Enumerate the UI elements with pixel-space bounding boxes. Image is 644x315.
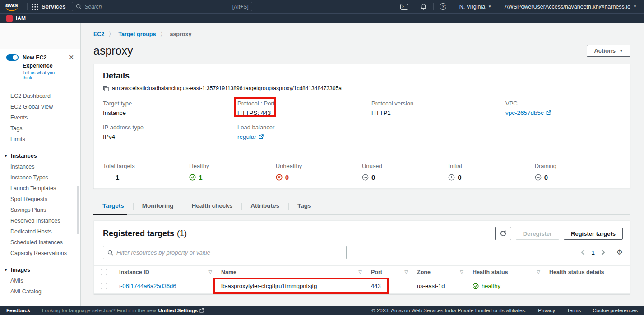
stat-healthy: Healthy 1 xyxy=(189,163,275,181)
nav-divider xyxy=(27,3,28,10)
x-circle-icon xyxy=(276,174,283,181)
deregister-button[interactable]: Deregister xyxy=(516,228,559,240)
account-menu[interactable]: AWSPowerUserAccess/navaneeth.kn@harness.… xyxy=(503,4,639,10)
nav-divider xyxy=(433,3,434,10)
favorite-iam-link[interactable]: IAM xyxy=(16,15,26,22)
search-shortcut-hint: [Alt+S] xyxy=(232,4,249,10)
previous-page-button[interactable] xyxy=(581,249,585,256)
register-targets-button[interactable]: Register targets xyxy=(564,228,623,240)
sidebar-item-limits[interactable]: Limits xyxy=(0,134,80,145)
target-name-cell: lb-asproxytyler-cfcg8jru1tmmqpntsjtg xyxy=(217,283,366,289)
sort-icon[interactable]: ▽ xyxy=(537,269,540,274)
load-balancer-label: Load balancer xyxy=(237,124,353,131)
sidebar-section-images[interactable]: ▼Images xyxy=(0,265,80,275)
search-icon xyxy=(107,250,113,256)
target-type-value: Instance xyxy=(103,110,219,116)
protocol-port-label: Protocol : Port xyxy=(237,100,353,107)
sidebar-item-events[interactable]: Events xyxy=(0,112,80,123)
breadcrumb-target-groups[interactable]: Target groups xyxy=(118,31,156,37)
tab-bar: Targets Monitoring Health checks Attribu… xyxy=(93,199,630,215)
tab-targets[interactable]: Targets xyxy=(93,199,133,214)
sort-icon[interactable]: ▽ xyxy=(460,269,463,274)
registered-targets-count: (1) xyxy=(177,229,187,238)
sidebar-item-reserved-instances[interactable]: Reserved Instances xyxy=(0,215,80,226)
sidebar-item-ec2-global-view[interactable]: EC2 Global View xyxy=(0,101,80,112)
console-footer: Feedback Looking for language selection?… xyxy=(0,306,644,315)
tab-monitoring[interactable]: Monitoring xyxy=(133,199,183,214)
aws-smile-icon xyxy=(6,8,18,11)
sidebar-item-spot-requests[interactable]: Spot Requests xyxy=(0,194,80,205)
cloudshell-button[interactable]: >_ xyxy=(399,4,409,10)
privacy-link[interactable]: Privacy xyxy=(538,308,555,313)
new-experience-box: New EC2 Experience Tell us what you thin… xyxy=(0,49,80,85)
breadcrumb-current: asproxy xyxy=(170,31,191,37)
table-header: Instance ID▽ Name▽ Port▽ Zone▽ Health st… xyxy=(94,265,630,278)
sidebar-item-savings-plans[interactable]: Savings Plans xyxy=(0,205,80,215)
search-input[interactable] xyxy=(84,4,229,10)
top-navigation-bar: aws Services [Alt+S] >_ ? N. Virginia xyxy=(0,0,644,13)
stat-unhealthy: Unhealthy 0 xyxy=(276,163,362,181)
sidebar-item-instances[interactable]: Instances xyxy=(0,161,80,172)
terms-link[interactable]: Terms xyxy=(567,308,581,313)
sidebar-item-tags[interactable]: Tags xyxy=(0,123,80,134)
tell-us-link[interactable]: Tell us what you think xyxy=(23,70,64,80)
sidebar-item-ami-catalog[interactable]: AMI Catalog xyxy=(0,286,80,297)
aws-logo[interactable]: aws xyxy=(5,2,18,11)
row-checkbox[interactable] xyxy=(101,283,107,289)
close-icon[interactable]: ✕ xyxy=(68,53,75,61)
region-selector[interactable]: N. Virginia ▼ xyxy=(458,4,493,10)
refresh-button[interactable] xyxy=(495,227,511,240)
tab-tags[interactable]: Tags xyxy=(288,199,320,214)
feedback-link[interactable]: Feedback xyxy=(6,308,30,313)
col-port: Port xyxy=(371,269,382,275)
sidebar-item-launch-templates[interactable]: Launch Templates xyxy=(0,183,80,194)
ellipsis-circle-icon xyxy=(362,174,369,181)
settings-gear-icon[interactable]: ⚙ xyxy=(616,249,623,256)
actions-button[interactable]: Actions ▼ xyxy=(587,45,630,57)
sort-icon[interactable]: ▽ xyxy=(208,269,212,274)
tab-attributes[interactable]: Attributes xyxy=(241,199,288,214)
load-balancer-link[interactable]: regular xyxy=(237,133,264,140)
select-all-checkbox[interactable] xyxy=(101,269,107,275)
sidebar-scrollbar[interactable] xyxy=(77,186,79,234)
external-link-icon xyxy=(546,110,551,115)
help-button[interactable]: ? xyxy=(438,3,448,10)
sidebar-item-amis[interactable]: AMIs xyxy=(0,275,80,286)
pagination: 1 ⚙ xyxy=(581,248,623,256)
new-experience-toggle[interactable] xyxy=(6,54,19,61)
unified-settings-link[interactable]: Unified Settings xyxy=(158,308,204,313)
sidebar-item-capacity-reservations[interactable]: Capacity Reservations xyxy=(0,248,80,259)
sidebar-item-instance-types[interactable]: Instance Types xyxy=(0,172,80,183)
language-hint: Looking for language selection? Find it … xyxy=(42,308,204,313)
sort-icon[interactable]: ▽ xyxy=(404,269,408,274)
sidebar-section-ebs[interactable]: ▼Elastic Block Store xyxy=(0,303,80,306)
tab-health-checks[interactable]: Health checks xyxy=(183,199,242,214)
aws-console: aws Services [Alt+S] >_ ? N. Virginia xyxy=(0,0,644,315)
target-group-arn: arn:aws:elasticloadbalancing:us-east-1:3… xyxy=(112,85,342,91)
ip-address-type-value: IPv4 xyxy=(103,133,219,140)
cookie-preferences-link[interactable]: Cookie preferences xyxy=(593,308,638,313)
breadcrumb-ec2[interactable]: EC2 xyxy=(93,31,104,37)
check-circle-icon xyxy=(189,174,196,181)
instance-id-link[interactable]: i-06f1744a6a25d36d6 xyxy=(119,283,176,289)
copy-icon[interactable] xyxy=(103,86,109,91)
col-health-status: Health status xyxy=(473,269,508,275)
page-number[interactable]: 1 xyxy=(590,249,595,256)
sort-icon[interactable]: ▽ xyxy=(358,269,362,274)
sidebar-item-ec2-dashboard[interactable]: EC2 Dashboard xyxy=(0,91,80,101)
services-menu-button[interactable]: Services xyxy=(32,3,66,10)
nav-divider xyxy=(453,3,453,10)
notifications-button[interactable] xyxy=(419,3,429,10)
sidebar-item-scheduled-instances[interactable]: Scheduled Instances xyxy=(0,237,80,248)
filter-input[interactable] xyxy=(116,249,342,256)
search-icon xyxy=(76,4,82,9)
details-grid: Target type Instance IP address type IPv… xyxy=(94,97,630,157)
account-label: AWSPowerUserAccess/navaneeth.kn@harness.… xyxy=(505,4,630,10)
vpc-link[interactable]: vpc-2657db5c xyxy=(505,110,551,116)
details-heading: Details xyxy=(103,71,621,81)
sidebar-spacer xyxy=(0,23,80,49)
global-search[interactable]: [Alt+S] xyxy=(72,2,252,11)
sidebar-item-dedicated-hosts[interactable]: Dedicated Hosts xyxy=(0,226,80,237)
next-page-button[interactable] xyxy=(601,249,605,256)
sidebar-section-instances[interactable]: ▼Instances xyxy=(0,151,80,161)
